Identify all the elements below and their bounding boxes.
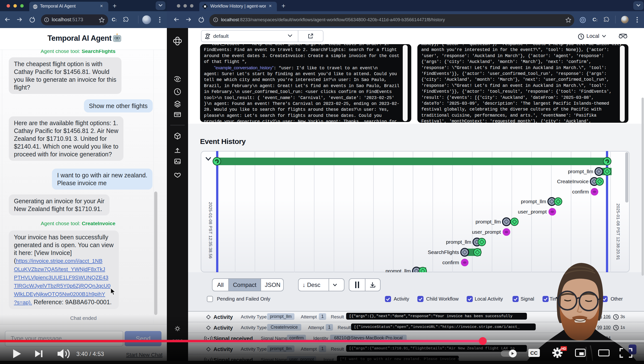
svg-text:confirm: confirm xyxy=(572,189,589,194)
svg-text:CC: CC xyxy=(530,350,538,356)
svg-text:prompt_llm: prompt_llm xyxy=(386,268,411,272)
svg-text:SearchFlights: SearchFlights xyxy=(428,249,459,255)
svg-text:3:40 / 4:53: 3:40 / 4:53 xyxy=(76,350,104,357)
svg-text:2025-01-08 PST 12:38:20.91: 2025-01-08 PST 12:38:20.91 xyxy=(616,204,620,260)
svg-text:prompt_llm: prompt_llm xyxy=(521,198,546,204)
svg-text:2025-01-08 PST 12:35:38.56: 2025-01-08 PST 12:35:38.56 xyxy=(208,202,213,258)
svg-text:confirm: confirm xyxy=(442,260,459,265)
svg-text:user_prompt: user_prompt xyxy=(518,209,547,215)
svg-text:prompt_llm: prompt_llm xyxy=(446,239,471,245)
svg-text:HD: HD xyxy=(561,347,566,350)
svg-text:user_prompt: user_prompt xyxy=(472,229,501,235)
svg-text:prompt_llm: prompt_llm xyxy=(476,219,501,225)
svg-text:prompt_llm: prompt_llm xyxy=(568,168,593,174)
svg-text:CreateInvoice: CreateInvoice xyxy=(557,178,589,184)
